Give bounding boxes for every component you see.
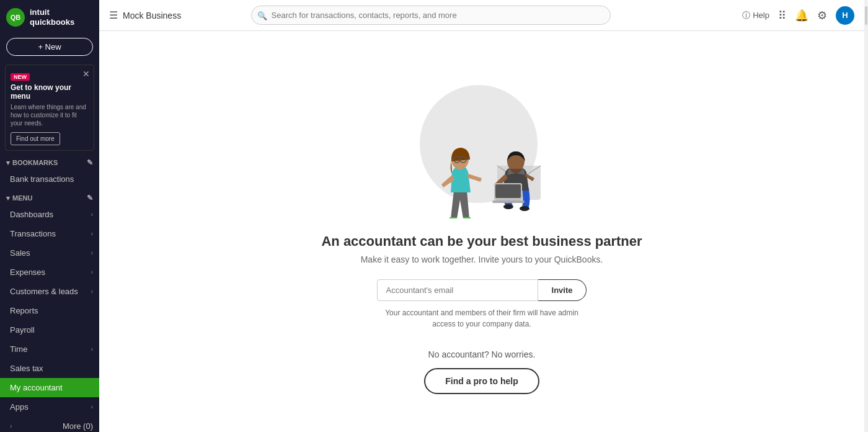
svg-point-5 — [503, 204, 513, 209]
menu-label: MENU — [12, 194, 32, 202]
help-circle-icon: ⓘ — [742, 10, 750, 21]
menu-edit-icon[interactable]: ✎ — [87, 194, 93, 202]
sidebar-item-more-0-[interactable]: ›More (0) — [0, 416, 99, 432]
sidebar-item-label: Apps — [10, 402, 29, 412]
promo-box: ✕ NEW Get to know your menu Learn where … — [5, 65, 94, 151]
sidebar-item-label: Sales — [10, 248, 30, 258]
menu-chevron-icon: ▾ — [6, 194, 10, 202]
sidebar-item-label: Payroll — [10, 325, 35, 335]
sidebar-item-label: My accountant — [10, 383, 63, 392]
topbar: ☰ Mock Business 🔍 ⓘ Help ⠿ 🔔 ⚙ H — [99, 0, 864, 31]
svg-point-6 — [520, 206, 529, 211]
admin-notice: Your accountant and members of their fir… — [385, 307, 578, 330]
invite-button[interactable]: Invite — [538, 279, 587, 301]
logo-icon: QB — [6, 8, 25, 27]
user-avatar[interactable]: H — [836, 6, 854, 25]
sidebar-item-sales[interactable]: Sales› — [0, 243, 99, 263]
bookmarks-chevron-icon: ▾ — [6, 159, 10, 167]
illustration-area — [401, 70, 562, 218]
promo-badge: NEW — [11, 73, 30, 81]
promo-title: Get to know your menu — [11, 83, 89, 101]
sidebar-item-label: Customers & leads — [10, 287, 78, 296]
settings-gear-icon[interactable]: ⚙ — [817, 9, 827, 22]
sidebar-item-expenses[interactable]: Expenses› — [0, 263, 99, 282]
find-out-more-button[interactable]: Find out more — [11, 132, 60, 145]
invite-row: Invite — [377, 279, 587, 301]
search-bar: 🔍 — [251, 6, 611, 25]
chevron-right-icon: › — [91, 403, 93, 410]
logo-text: intuitquickbooks — [30, 7, 74, 27]
new-button-wrap: + New — [0, 34, 99, 62]
bookmarks-section-header[interactable]: ▾ BOOKMARKS ✎ — [0, 153, 99, 169]
find-pro-button[interactable]: Find a pro to help — [424, 368, 539, 394]
search-input[interactable] — [251, 6, 611, 25]
sidebar-item-label: Expenses — [10, 268, 45, 277]
scrollbar-thumb — [865, 6, 867, 25]
sidebar-item-time[interactable]: Time› — [0, 340, 99, 359]
svg-line-16 — [466, 159, 469, 160]
svg-line-15 — [451, 159, 454, 160]
sidebar-item-label: Time — [10, 344, 27, 354]
hamburger-icon[interactable]: ☰ — [109, 9, 118, 21]
sidebar-item-my-accountant[interactable]: My accountant — [0, 378, 99, 397]
help-label: Help — [753, 11, 769, 20]
logo-area: QB intuitquickbooks — [0, 0, 99, 34]
sidebar-item-reports[interactable]: Reports — [0, 301, 99, 320]
chevron-right-icon: › — [91, 250, 93, 256]
no-accountant-text: No accountant? No worries. — [428, 349, 536, 359]
sidebar-item-label: More (0) — [63, 421, 93, 431]
company-name: Mock Business — [123, 11, 181, 20]
apps-grid-icon[interactable]: ⠿ — [778, 9, 786, 22]
search-icon: 🔍 — [257, 11, 267, 20]
menu-items-list: Dashboards›Transactions›Sales›Expenses›C… — [0, 205, 99, 432]
notifications-bell-icon[interactable]: 🔔 — [795, 9, 808, 22]
scrollbar[interactable] — [864, 0, 868, 432]
menu-section-header[interactable]: ▾ MENU ✎ — [0, 189, 99, 205]
sidebar-item-sales-tax[interactable]: Sales tax — [0, 359, 99, 378]
promo-description: Learn where things are and how to custom… — [11, 103, 89, 127]
bookmarks-edit-icon[interactable]: ✎ — [87, 158, 93, 167]
sidebar-item-label: Reports — [10, 306, 38, 315]
sidebar-item-dashboards[interactable]: Dashboards› — [0, 205, 99, 224]
main-area: ☰ Mock Business 🔍 ⓘ Help ⠿ 🔔 ⚙ H — [99, 0, 864, 432]
sidebar-item-label: Dashboards — [10, 210, 53, 219]
sidebar-item-payroll[interactable]: Payroll — [0, 320, 99, 340]
main-subheading: Make it easy to work together. Invite yo… — [361, 254, 603, 264]
sidebar-item-bank-transactions[interactable]: Bank transactions — [0, 169, 99, 189]
sidebar-item-apps[interactable]: Apps› — [0, 397, 99, 416]
svg-rect-9 — [495, 184, 521, 198]
sidebar-item-customers-leads[interactable]: Customers & leads› — [0, 282, 99, 301]
sidebar-item-transactions[interactable]: Transactions› — [0, 224, 99, 243]
chevron-right-icon: › — [91, 269, 93, 276]
promo-close-button[interactable]: ✕ — [82, 69, 90, 79]
chevron-right-icon: › — [91, 230, 93, 237]
sidebar-item-label: Sales tax — [10, 364, 43, 373]
chevron-right-icon: › — [10, 423, 12, 430]
main-heading: An accountant can be your best business … — [321, 233, 642, 250]
svg-rect-10 — [492, 200, 525, 203]
sidebar-item-label: Transactions — [10, 229, 56, 238]
bookmarks-label: BOOKMARKS — [12, 159, 58, 166]
sidebar: QB intuitquickbooks + New ✕ NEW Get to k… — [0, 0, 99, 432]
new-button[interactable]: + New — [6, 38, 93, 56]
accountant-email-input[interactable] — [377, 279, 538, 301]
help-button[interactable]: ⓘ Help — [742, 10, 769, 21]
accountant-illustration — [401, 70, 562, 218]
chevron-right-icon: › — [91, 288, 93, 295]
chevron-right-icon: › — [91, 211, 93, 218]
chevron-right-icon: › — [91, 346, 93, 353]
page-content: An accountant can be your best business … — [99, 31, 864, 432]
